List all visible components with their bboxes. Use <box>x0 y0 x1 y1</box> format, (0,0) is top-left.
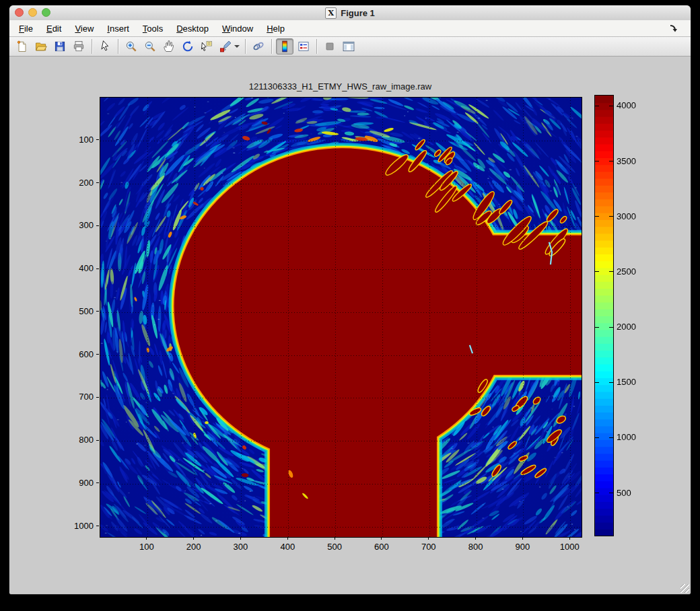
x-tick-mark <box>381 537 382 540</box>
zoom-in-button[interactable] <box>123 38 140 55</box>
desktop: { "window": { "title": "Figure 1", "x11_… <box>0 0 700 611</box>
y-tick-mark <box>96 482 99 483</box>
plot-title: 1211306333_H1_ETMY_HWS_raw_image.raw <box>100 81 581 92</box>
x-tick-label: 700 <box>414 542 444 552</box>
toolbar <box>9 37 691 57</box>
colorbar-tick-mark <box>609 271 613 272</box>
colorbar-tick-mark <box>595 216 599 217</box>
colorbar-tick-mark <box>595 382 599 383</box>
y-tick-label: 800 <box>64 435 94 445</box>
zoom-out-button[interactable] <box>141 38 159 55</box>
colorbar-tick-label: 1000 <box>617 432 650 442</box>
colorbar-tick-mark <box>595 493 599 493</box>
colorbar-tick-mark <box>595 271 599 272</box>
y-tick-label: 100 <box>64 135 94 145</box>
x-tick-mark <box>475 537 476 540</box>
figure-canvas: 1211306333_H1_ETMY_HWS_raw_image.raw 100… <box>9 57 691 594</box>
y-tick-label: 600 <box>64 349 94 359</box>
colorbar-tick-mark <box>609 106 613 106</box>
resize-grip[interactable] <box>680 584 689 593</box>
toolbar-separator <box>316 39 317 54</box>
y-tick-label: 400 <box>64 263 94 273</box>
colorbar-tick-mark <box>595 437 599 438</box>
open-file-button[interactable] <box>32 38 50 55</box>
y-tick-label: 200 <box>64 178 94 188</box>
y-tick-mark <box>96 268 99 269</box>
y-tick-mark <box>96 182 99 183</box>
colorbar-tick-label: 2500 <box>617 266 650 277</box>
pan-button[interactable] <box>160 38 178 55</box>
x-tick-label: 200 <box>179 542 209 552</box>
menu-item-tools[interactable]: Tools <box>136 22 170 36</box>
colorbar-tick-mark <box>595 106 599 106</box>
colorbar-tick-label: 3000 <box>617 211 650 221</box>
colorbar-tick-label: 2000 <box>617 322 650 332</box>
colorbar-tick-mark <box>595 327 599 328</box>
show-plot-tools-button[interactable] <box>340 38 357 55</box>
x-tick-mark <box>569 537 570 540</box>
y-tick-label: 700 <box>64 392 94 402</box>
colorbar-tick-label: 3500 <box>617 156 650 166</box>
x-tick-mark <box>428 537 429 540</box>
x-tick-mark <box>287 537 288 540</box>
toolbar-separator <box>245 39 246 54</box>
x-tick-label: 100 <box>132 542 162 552</box>
rotate-3d-button[interactable] <box>179 38 197 55</box>
insert-colorbar-button[interactable] <box>276 38 293 55</box>
window-title-text: Figure 1 <box>341 8 375 18</box>
hide-plot-tools-button[interactable] <box>321 38 339 55</box>
colorbar-tick-mark <box>609 216 613 217</box>
x-tick-label: 1000 <box>555 542 584 552</box>
menu-item-file[interactable]: File <box>12 22 40 36</box>
x11-icon: X <box>325 7 337 19</box>
save-figure-button[interactable] <box>51 38 69 55</box>
title-bar[interactable]: X Figure 1 <box>9 5 691 21</box>
y-tick-label: 900 <box>64 478 94 488</box>
x-tick-label: 400 <box>273 542 302 552</box>
x-tick-mark <box>193 537 194 540</box>
x-tick-label: 900 <box>508 542 537 552</box>
menu-item-view[interactable]: View <box>68 22 100 36</box>
colorbar-tick-mark <box>609 327 613 328</box>
print-figure-button[interactable] <box>70 38 88 55</box>
brush-button[interactable] <box>217 38 234 55</box>
x-tick-mark <box>146 537 147 540</box>
y-tick-mark <box>96 225 99 226</box>
x-tick-mark <box>335 537 335 540</box>
y-tick-mark <box>96 354 99 355</box>
colorbar-tick-mark <box>595 161 599 161</box>
y-tick-label: 300 <box>64 220 94 230</box>
toolbar-separator <box>271 39 272 54</box>
menu-item-help[interactable]: Help <box>260 22 291 36</box>
heatmap-image <box>100 98 582 537</box>
x-tick-mark <box>522 537 523 540</box>
menu-item-insert[interactable]: Insert <box>100 22 136 36</box>
y-tick-label: 1000 <box>64 521 94 531</box>
x-tick-label: 500 <box>320 542 349 552</box>
x-tick-label: 600 <box>367 542 396 552</box>
plot-area[interactable] <box>100 97 582 538</box>
y-tick-mark <box>96 526 99 526</box>
data-cursor-button[interactable] <box>198 38 215 55</box>
colorbar-tick-label: 500 <box>617 488 650 498</box>
menu-item-edit[interactable]: Edit <box>40 22 68 36</box>
insert-legend-button[interactable] <box>295 38 312 55</box>
brush-dropdown-button[interactable] <box>233 38 241 55</box>
new-figure-button[interactable] <box>13 38 31 55</box>
colorbar-tick-mark <box>609 382 613 383</box>
y-tick-mark <box>96 311 99 312</box>
x-tick-mark <box>240 537 241 540</box>
chevron-down-icon <box>234 45 240 48</box>
edit-plot-button[interactable] <box>96 38 114 55</box>
y-tick-mark <box>96 440 99 441</box>
menu-overflow-arrow-icon[interactable] <box>669 24 678 33</box>
colorbar-tick-mark <box>609 437 613 438</box>
link-plot-button[interactable] <box>250 38 267 55</box>
menu-bar: FileEditViewInsertToolsDesktopWindowHelp <box>9 20 691 37</box>
menu-item-desktop[interactable]: Desktop <box>170 22 215 36</box>
toolbar-separator <box>118 39 118 54</box>
y-tick-mark <box>96 139 99 140</box>
colorbar-tick-mark <box>609 493 613 493</box>
y-tick-mark <box>96 397 99 398</box>
menu-item-window[interactable]: Window <box>215 22 260 36</box>
